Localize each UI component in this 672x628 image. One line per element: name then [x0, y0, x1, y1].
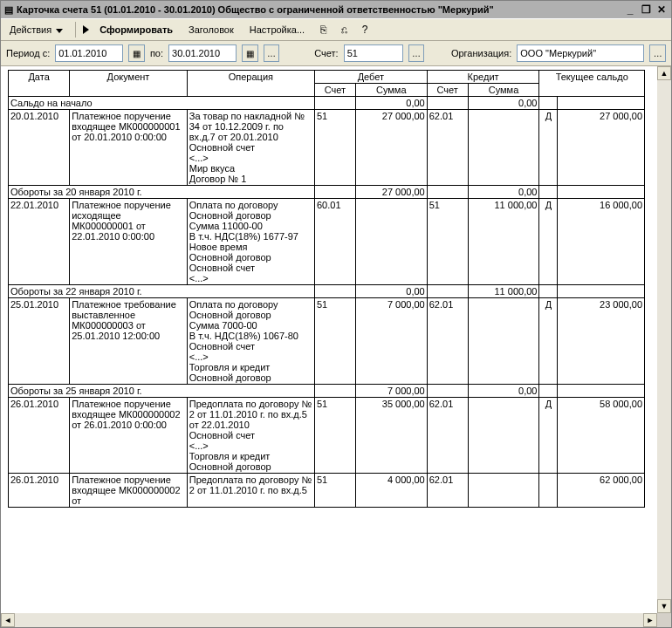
cell-document: Платежное поручение входящее МК000000001…	[70, 110, 188, 186]
cell-document: Платежное поручение входящее МК000000002…	[70, 474, 188, 508]
toolbar-sep	[75, 22, 76, 38]
h-track[interactable]	[15, 613, 643, 627]
summary-label: Обороты за 25 января 2010 г.	[9, 385, 315, 398]
cell-debit-sum	[355, 199, 427, 285]
cell	[315, 186, 356, 199]
title-text: Карточка счета 51 (01.01.2010 - 30.01.20…	[17, 4, 621, 15]
cell	[315, 385, 356, 398]
cell-debit-acc: 51	[315, 110, 356, 186]
tool-icon-2[interactable]: ⎌	[336, 22, 352, 38]
cell	[539, 285, 558, 298]
tool-icon-1[interactable]: ⎘	[315, 22, 331, 38]
scroll-left-button[interactable]: ◄	[1, 613, 15, 627]
cell-credit-acc: 51	[427, 199, 468, 285]
cell-debit-acc: 51	[315, 474, 356, 508]
cell-bal-flag: Д	[539, 298, 558, 385]
credit-sum: 0,00	[468, 186, 539, 199]
table-row[interactable]: Обороты за 20 января 2010 г.27 000,000,0…	[9, 186, 645, 199]
cell	[427, 385, 468, 398]
actions-label: Действия	[10, 24, 51, 35]
cell-debit-sum: 27 000,00	[355, 110, 427, 186]
debit-sum: 0,00	[355, 285, 427, 298]
cell-debit-acc: 51	[315, 398, 356, 474]
horizontal-scrollbar[interactable]: ◄ ►	[1, 613, 657, 627]
calendar-from-icon[interactable]: ▦	[128, 44, 145, 62]
cell-debit-acc: 60.01	[315, 199, 356, 285]
header-button[interactable]: Заголовок	[183, 23, 239, 37]
cell-debit-sum: 7 000,00	[355, 298, 427, 385]
scroll-up-button[interactable]: ▲	[657, 66, 671, 80]
vertical-scrollbar[interactable]: ▲ ▼	[657, 66, 671, 613]
cell-document: Платежное поручение входящее МК000000002…	[70, 398, 188, 474]
credit-sum: 0,00	[468, 385, 539, 398]
period-label: Период с:	[6, 48, 50, 58]
account-more-button[interactable]: …	[408, 44, 425, 62]
cell-operation: Оплата по договору Основной договорСумма…	[187, 298, 314, 385]
titlebar: ▤ Карточка счета 51 (01.01.2010 - 30.01.…	[1, 1, 671, 18]
cell-bal-flag	[539, 474, 558, 508]
cell-balance: 62 000,00	[558, 474, 645, 508]
account-input[interactable]	[344, 44, 403, 62]
date-from-input[interactable]	[55, 44, 123, 62]
date-to-input[interactable]	[168, 44, 237, 62]
debit-sum: 27 000,00	[355, 186, 427, 199]
table-row[interactable]: Обороты за 22 января 2010 г.0,0011 000,0…	[9, 285, 645, 298]
cell	[558, 385, 645, 398]
scroll-down-button[interactable]: ▼	[657, 599, 671, 613]
cell-date: 20.01.2010	[9, 110, 70, 186]
cell-credit-acc: 62.01	[427, 110, 468, 186]
cell	[427, 285, 468, 298]
cell-operation: Предоплата по договору № 2 от 11.01.2010…	[187, 474, 314, 508]
form-button[interactable]: Сформировать	[94, 23, 178, 37]
cell	[315, 285, 356, 298]
maximize-button[interactable]: ❐	[640, 3, 652, 16]
cell	[427, 186, 468, 199]
cell-date: 22.01.2010	[9, 199, 70, 285]
scroll-corner	[657, 613, 671, 627]
col-debit-sum: Сумма	[355, 84, 427, 97]
cell-bal-flag: Д	[539, 199, 558, 285]
app-icon: ▤	[4, 4, 13, 16]
v-track[interactable]	[657, 80, 671, 599]
app-window: ▤ Карточка счета 51 (01.01.2010 - 30.01.…	[0, 0, 672, 628]
table-head: Дата Документ Операция Дебет Кредит Теку…	[9, 71, 645, 97]
to-label: по:	[150, 48, 163, 58]
cell-debit-sum: 35 000,00	[355, 398, 427, 474]
cell-operation: За товар по накладной № 34 от 10.12.2009…	[187, 110, 314, 186]
col-date: Дата	[9, 71, 70, 97]
scroll-right-button[interactable]: ►	[643, 613, 657, 627]
settings-button[interactable]: Настройка...	[244, 23, 310, 37]
report-table: Дата Документ Операция Дебет Кредит Теку…	[8, 70, 645, 508]
col-credit-acc: Счет	[427, 84, 468, 97]
calendar-to-icon[interactable]: ▦	[242, 44, 258, 62]
table-row[interactable]: 25.01.2010Платежное требование выставлен…	[9, 298, 645, 385]
cell-document: Платежное поручение исходящее МК00000000…	[70, 199, 188, 285]
table-row[interactable]: 22.01.2010Платежное поручение исходящее …	[9, 199, 645, 285]
filter-bar: Период с: ▦ по: ▦ … Счет: … Организация:…	[1, 41, 671, 66]
help-button[interactable]: ?	[357, 22, 373, 38]
summary-label: Обороты за 20 января 2010 г.	[9, 186, 315, 199]
cell-operation: Оплата по договору Основной договорСумма…	[187, 199, 314, 285]
cell-credit-sum: 11 000,00	[468, 199, 539, 285]
client-area: Дата Документ Операция Дебет Кредит Теку…	[1, 66, 671, 627]
actions-menu[interactable]: Действия	[4, 23, 68, 37]
org-label: Организация:	[451, 48, 511, 58]
table-row[interactable]: Обороты за 25 января 2010 г.7 000,000,00	[9, 385, 645, 398]
cell-date: 26.01.2010	[9, 474, 70, 508]
cell-date: 25.01.2010	[9, 298, 70, 385]
period-more-button[interactable]: …	[264, 44, 280, 62]
minimize-button[interactable]: _	[624, 3, 636, 16]
debit-sum: 0,00	[355, 97, 427, 110]
toolbar: Действия Сформировать Заголовок Настройк…	[1, 18, 671, 41]
account-label: Счет:	[314, 48, 338, 58]
cell-bal-flag: Д	[539, 398, 558, 474]
org-input[interactable]	[517, 44, 644, 62]
table-row[interactable]: 20.01.2010Платежное поручение входящее М…	[9, 110, 645, 186]
table-row[interactable]: 26.01.2010Платежное поручение входящее М…	[9, 474, 645, 508]
table-row[interactable]: 26.01.2010Платежное поручение входящее М…	[9, 398, 645, 474]
table-row[interactable]: Сальдо на начало0,000,00	[9, 97, 645, 110]
org-more-button[interactable]: …	[649, 44, 666, 62]
cell	[558, 186, 645, 199]
close-button[interactable]: ✕	[655, 3, 668, 16]
col-credit: Кредит	[427, 71, 539, 84]
